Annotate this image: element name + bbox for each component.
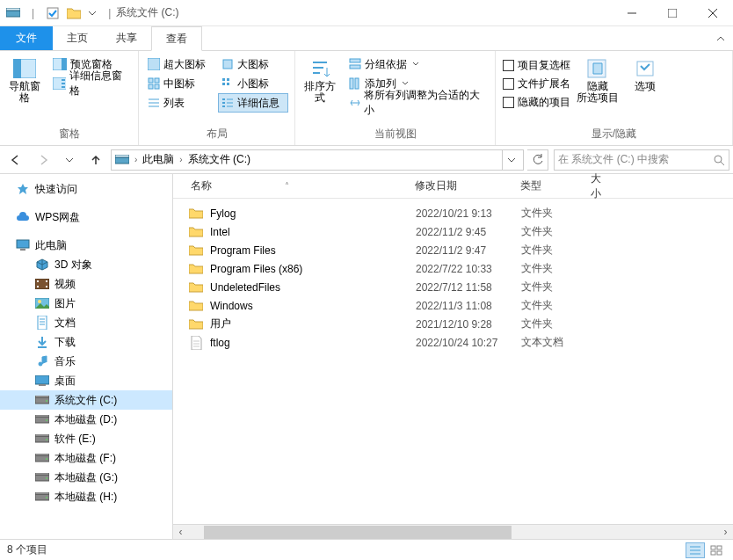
chevron-right-icon[interactable]: ›	[134, 155, 137, 164]
address-dropdown[interactable]	[502, 150, 519, 170]
crumb-location[interactable]: 系统文件 (C:)	[188, 152, 250, 167]
layout-details[interactable]: 详细信息	[218, 93, 288, 113]
search-input[interactable]: 在 系统文件 (C:) 中搜索	[554, 149, 729, 171]
sidebar-item[interactable]: 桌面	[0, 371, 172, 390]
drive-icon	[35, 432, 49, 446]
up-button[interactable]	[84, 149, 107, 171]
sidebar-item[interactable]: 本地磁盘 (G:)	[0, 468, 172, 487]
navigation-pane[interactable]: 快速访问 WPS网盘 此电脑 3D 对象视频图片文档下载音乐桌面系统文件 (C:…	[0, 174, 173, 539]
drive-icon[interactable]	[5, 5, 21, 21]
checkbox-hidden-items[interactable]: 隐藏的项目	[501, 93, 570, 112]
svg-rect-63	[39, 384, 46, 386]
checkbox-item-checkboxes[interactable]: 项目复选框	[501, 56, 570, 75]
file-name: 用户	[210, 316, 416, 331]
sidebar-item[interactable]: 本地磁盘 (H:)	[0, 487, 172, 506]
svg-rect-29	[222, 98, 225, 100]
layout-xl-icons[interactable]: 超大图标	[144, 55, 218, 74]
view-details-button[interactable]	[686, 542, 705, 558]
scroll-right-icon[interactable]: ›	[718, 525, 733, 540]
crumb-this-pc[interactable]: 此电脑	[142, 152, 174, 167]
tab-view[interactable]: 查看	[151, 26, 202, 51]
qat-check-icon[interactable]	[45, 5, 61, 21]
folder-icon[interactable]	[66, 5, 82, 21]
sidebar-item[interactable]: 下载	[0, 332, 172, 352]
file-name: ftlog	[210, 337, 416, 349]
file-row[interactable]: Program Files2022/11/2 9:47文件夹	[173, 241, 733, 259]
tab-share[interactable]: 共享	[102, 26, 151, 50]
search-icon[interactable]	[713, 154, 725, 166]
column-headers[interactable]: 名称 ˄ 修改日期 类型 大小	[173, 174, 733, 199]
file-row[interactable]: 用户2021/12/10 9:28文件夹	[173, 315, 733, 333]
file-type: 文本文档	[521, 335, 609, 350]
sidebar-item[interactable]: 图片	[0, 294, 172, 313]
chevron-right-icon[interactable]: ›	[179, 155, 182, 164]
recent-dropdown[interactable]	[58, 149, 81, 171]
minimize-button[interactable]	[612, 0, 652, 26]
refresh-button[interactable]	[527, 149, 548, 171]
autofit-columns-button[interactable]: 将所有列调整为合适的大小	[345, 93, 490, 113]
qat-dropdown-icon[interactable]	[87, 5, 98, 21]
svg-rect-33	[222, 105, 225, 107]
tab-home[interactable]: 主页	[53, 26, 102, 50]
layout-medium-icons[interactable]: 中图标	[144, 74, 218, 93]
file-row[interactable]: ftlog2022/10/24 10:27文本文档	[173, 333, 733, 352]
view-large-icons-button[interactable]	[707, 542, 726, 558]
sidebar-item[interactable]: 文档	[0, 313, 172, 332]
ribbon-tabs: 文件 主页 共享 查看	[0, 26, 733, 51]
layout-large-icons[interactable]: 大图标	[218, 55, 288, 74]
sidebar-item[interactable]: 视频	[0, 274, 172, 294]
sidebar-item[interactable]: 本地磁盘 (F:)	[0, 448, 172, 468]
file-row[interactable]: Windows2022/11/3 11:08文件夹	[173, 296, 733, 315]
column-size[interactable]: 大小	[584, 171, 610, 201]
group-layout: 超大图标 大图标 中图标 小图标 列表 详细信息 布局	[139, 51, 295, 145]
forward-button[interactable]	[31, 149, 54, 171]
scroll-left-icon[interactable]: ‹	[173, 525, 188, 540]
sidebar-item[interactable]: 3D 对象	[0, 255, 172, 274]
sidebar-this-pc[interactable]: 此电脑	[0, 236, 172, 255]
breadcrumb-box[interactable]: › 此电脑 › 系统文件 (C:)	[111, 149, 524, 171]
sort-button[interactable]: 排序方式	[301, 55, 340, 104]
column-date[interactable]: 修改日期	[408, 178, 513, 193]
horizontal-scrollbar[interactable]: ‹ ›	[173, 524, 733, 539]
drive-icon	[115, 155, 129, 165]
column-type[interactable]: 类型	[513, 178, 584, 193]
file-row[interactable]: Fylog2022/10/21 9:13文件夹	[173, 204, 733, 222]
sidebar-item[interactable]: 本地磁盘 (D:)	[0, 410, 172, 429]
file-row[interactable]: Intel2022/11/2 9:45文件夹	[173, 222, 733, 241]
column-name[interactable]: 名称 ˄	[184, 178, 408, 193]
nav-pane-button[interactable]: 导航窗格	[5, 55, 44, 104]
file-row[interactable]: UndeletedFiles2022/7/12 11:58文件夹	[173, 278, 733, 296]
hide-selected-button[interactable]: 隐藏 所选项目	[576, 55, 620, 104]
checkbox-file-extensions[interactable]: 文件扩展名	[501, 75, 570, 93]
svg-rect-62	[35, 375, 49, 384]
sort-indicator-icon: ˄	[285, 181, 289, 191]
tab-file[interactable]: 文件	[0, 26, 53, 50]
sidebar-item[interactable]: 音乐	[0, 352, 172, 371]
details-pane-button[interactable]: 详细信息窗格	[49, 74, 133, 93]
file-list[interactable]: Fylog2022/10/21 9:13文件夹Intel2022/11/2 9:…	[173, 199, 733, 524]
pic-icon	[35, 296, 49, 310]
svg-rect-31	[222, 102, 225, 104]
sidebar-item[interactable]: 系统文件 (C:)	[0, 390, 172, 410]
ribbon-collapse-button[interactable]	[715, 26, 733, 50]
maximize-button[interactable]	[652, 0, 693, 26]
groupby-button[interactable]: 分组依据	[345, 55, 490, 74]
svg-rect-45	[115, 155, 129, 157]
options-button[interactable]: 选项	[625, 55, 665, 92]
svg-point-46	[715, 156, 722, 163]
sidebar-wps[interactable]: WPS网盘	[0, 207, 172, 227]
file-row[interactable]: Program Files (x86)2022/7/22 10:33文件夹	[173, 259, 733, 278]
close-button[interactable]	[693, 0, 733, 26]
back-button[interactable]	[4, 149, 27, 171]
sidebar-quick-access[interactable]: 快速访问	[0, 179, 172, 199]
scrollbar-thumb[interactable]	[204, 526, 512, 539]
layout-list[interactable]: 列表	[144, 93, 218, 113]
layout-small-icons[interactable]: 小图标	[218, 74, 288, 93]
svg-rect-51	[37, 280, 39, 282]
file-type: 文件夹	[521, 261, 609, 276]
quick-access-toolbar: | |	[0, 5, 116, 21]
svg-rect-90	[711, 551, 715, 555]
sidebar-item[interactable]: 软件 (E:)	[0, 429, 172, 448]
svg-rect-14	[62, 83, 65, 84]
svg-rect-68	[35, 415, 49, 417]
